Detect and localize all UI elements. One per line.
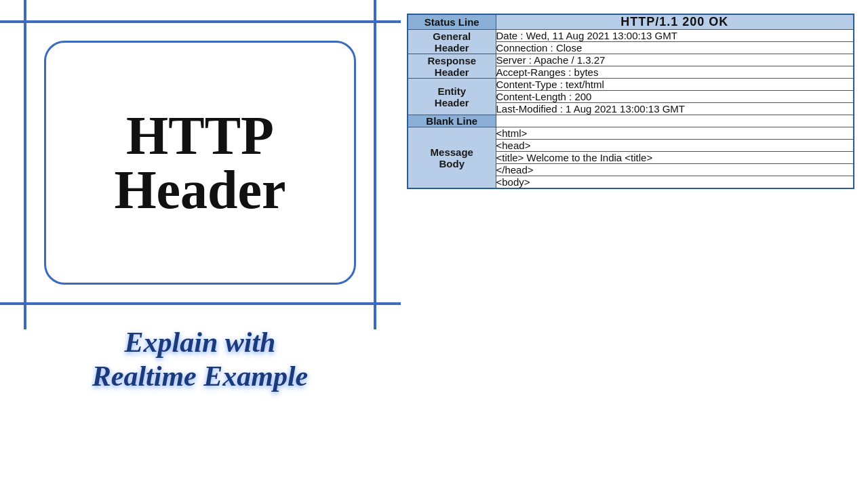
subtitle-line2: Realtime Example — [92, 361, 308, 392]
http-header-title: HTTP Header — [114, 108, 285, 217]
entity-value-3: Last-Modified : 1 Aug 2021 13:00:13 GMT — [496, 103, 854, 115]
subtitle-line1: Explain with — [125, 327, 276, 358]
h-line-top — [0, 20, 401, 23]
entity-row-1: EntityHeader Content-Type : text/html — [408, 79, 854, 91]
http-table: Status Line HTTP/1.1 200 OK GeneralHeade… — [407, 14, 854, 189]
blank-line-label: Blank Line — [408, 115, 496, 127]
frame-inner: HTTP Header — [44, 41, 356, 285]
message-value-2: <head> — [496, 140, 854, 152]
status-value: HTTP/1.1 200 OK — [496, 14, 854, 30]
v-line-right — [374, 0, 376, 329]
message-value-5: <body> — [496, 176, 854, 189]
entity-header-label: EntityHeader — [408, 79, 496, 115]
entity-value-2: Content-Length : 200 — [496, 91, 854, 103]
entity-value-1: Content-Type : text/html — [496, 79, 854, 91]
blank-line-row: Blank Line — [408, 115, 854, 127]
title-line1: HTTP — [126, 106, 274, 165]
right-panel: Status Line HTTP/1.1 200 OK GeneralHeade… — [400, 0, 868, 488]
v-line-left — [24, 0, 26, 329]
general-row-1: GeneralHeader Date : Wed, 11 Aug 2021 13… — [408, 30, 854, 42]
blank-line-value — [496, 115, 854, 127]
message-body-label: MessageBody — [408, 127, 496, 189]
message-value-4: </head> — [496, 164, 854, 176]
response-row-1: ResponseHeader Server : Apache / 1.3.27 — [408, 54, 854, 66]
title-line2: Header — [114, 160, 285, 220]
response-value-2: Accept-Ranges : bytes — [496, 66, 854, 79]
h-line-bottom — [0, 302, 401, 305]
status-label: Status Line — [408, 14, 496, 30]
status-row: Status Line HTTP/1.1 200 OK — [408, 14, 854, 30]
general-value-1: Date : Wed, 11 Aug 2021 13:00:13 GMT — [496, 30, 854, 42]
general-header-label: GeneralHeader — [408, 30, 496, 54]
response-value-1: Server : Apache / 1.3.27 — [496, 54, 854, 66]
message-row-1: MessageBody <html> — [408, 127, 854, 140]
frame-outer: HTTP Header — [24, 20, 376, 305]
general-value-2: Connection : Close — [496, 42, 854, 54]
left-panel: HTTP Header Explain with Realtime Exampl… — [0, 0, 400, 488]
message-value-3: <title> Welcome to the India <title> — [496, 152, 854, 164]
response-header-label: ResponseHeader — [408, 54, 496, 79]
subtitle: Explain with Realtime Example — [92, 325, 308, 394]
message-value-1: <html> — [496, 127, 854, 140]
